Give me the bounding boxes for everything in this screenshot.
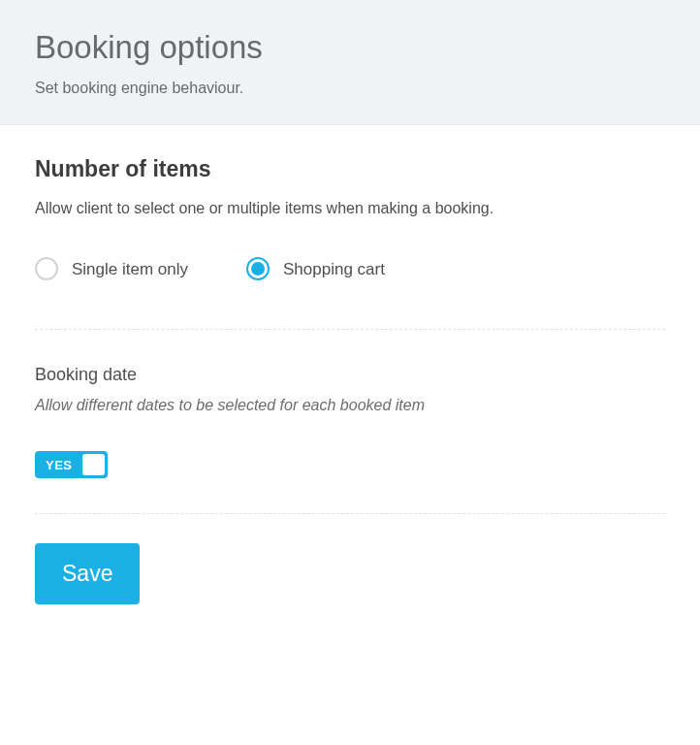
radio-icon-selected: [246, 257, 270, 280]
booking-date-title: Booking date: [35, 365, 665, 385]
number-of-items-description: Allow client to select one or multiple i…: [35, 200, 665, 217]
toggle-handle: [82, 454, 105, 475]
toggle-label: YES: [38, 458, 82, 472]
booking-date-description: Allow different dates to be selected for…: [35, 397, 665, 414]
radio-single-item[interactable]: Single item only: [35, 256, 188, 282]
section-divider: [35, 329, 665, 330]
page-header: Booking options Set booking engine behav…: [0, 0, 700, 125]
booking-date-toggle[interactable]: YES: [35, 451, 108, 478]
radio-icon: [35, 257, 58, 280]
number-of-items-radio-group: Single item only Shopping cart: [35, 256, 665, 282]
page-title: Booking options: [35, 29, 665, 66]
radio-shopping-cart-label: Shopping cart: [283, 256, 385, 282]
page-content: Number of items Allow client to select o…: [0, 125, 700, 635]
radio-shopping-cart[interactable]: Shopping cart: [246, 256, 385, 282]
section-divider: [35, 513, 665, 514]
page-subtitle: Set booking engine behaviour.: [35, 80, 665, 97]
save-button[interactable]: Save: [35, 543, 140, 604]
number-of-items-title: Number of items: [35, 156, 665, 182]
radio-single-item-label: Single item only: [72, 256, 188, 282]
